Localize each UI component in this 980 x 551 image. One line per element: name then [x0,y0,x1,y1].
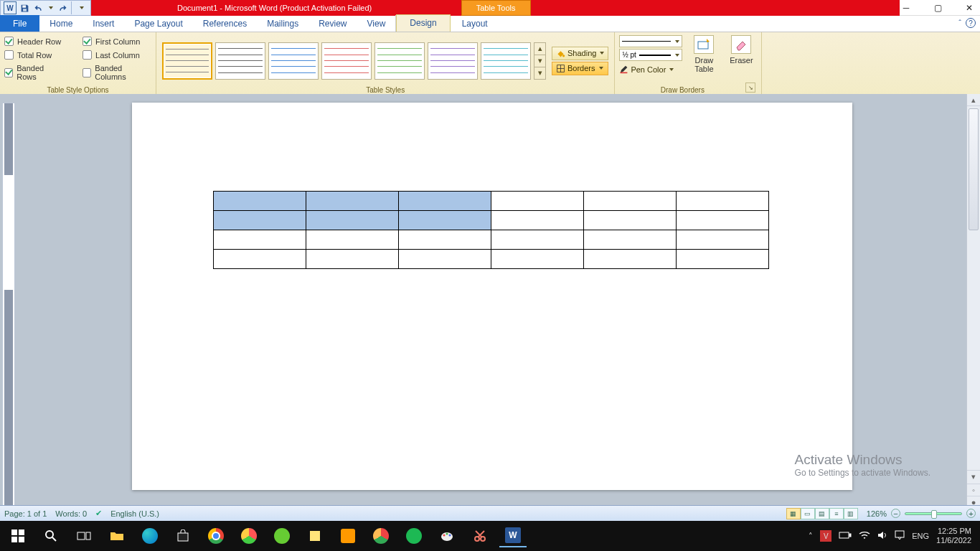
tab-insert[interactable]: Insert [83,16,124,32]
app-green-icon[interactable] [268,524,296,547]
view-outline[interactable]: ≡ [829,508,844,519]
search-icon[interactable] [37,524,65,547]
vertical-ruler[interactable] [2,103,15,521]
status-language[interactable]: English (U.S.) [110,509,159,518]
tab-review[interactable]: Review [308,16,357,32]
close-button[interactable]: ✕ [963,1,976,14]
table-cell[interactable] [584,211,677,230]
status-words[interactable]: Words: 0 [55,509,87,518]
status-page[interactable]: Page: 1 of 1 [4,509,47,518]
start-button[interactable] [4,524,32,547]
zoom-out-button[interactable]: − [891,509,900,518]
table-cell[interactable] [491,211,584,230]
table-cell[interactable] [399,230,491,250]
vertical-scrollbar[interactable]: ▴ ▾ ◦ ● ◦ [966,94,980,521]
table-cell[interactable] [306,211,399,230]
word-icon[interactable]: W [4,1,17,14]
table-cell[interactable] [306,250,399,269]
paint-icon[interactable] [433,524,461,547]
table-cell[interactable] [306,192,399,211]
zoom-slider[interactable] [905,512,962,515]
zoom-value[interactable]: 126% [867,509,887,518]
chk-banded-rows[interactable]: Banded Rows [4,64,62,81]
table-row[interactable] [214,230,769,250]
table-cell[interactable] [399,211,491,230]
table-cell[interactable] [399,250,491,269]
chk-last-column[interactable]: Last Column [83,50,151,60]
pen-color-button[interactable]: Pen Color [619,62,682,76]
table-cell[interactable] [214,250,306,269]
draw-borders-launcher[interactable]: ↘ [745,83,755,93]
style-swatch-5[interactable] [374,42,425,80]
table-row[interactable] [214,250,769,269]
page[interactable] [132,103,852,490]
table-cell[interactable] [677,192,769,211]
tab-references[interactable]: References [193,16,257,32]
line-style-picker[interactable] [619,35,682,47]
tab-file[interactable]: File [0,15,39,32]
style-swatch-4[interactable] [321,42,372,80]
style-swatch-1[interactable] [162,42,212,80]
tab-mailings[interactable]: Mailings [257,16,308,32]
document-table[interactable] [213,191,769,269]
table-cell[interactable] [677,230,769,250]
chrome-beta-icon[interactable] [367,524,395,547]
gallery-up-icon[interactable]: ▴ [534,43,545,55]
line-weight-picker[interactable]: ½ pt [619,49,682,61]
table-row[interactable] [214,192,769,211]
table-cell[interactable] [214,192,306,211]
tray-app-icon[interactable]: V [820,530,831,542]
tray-language[interactable]: ENG [912,532,929,540]
table-cell[interactable] [584,250,677,269]
table-cell[interactable] [306,230,399,250]
table-row[interactable] [214,211,769,230]
chrome-icon[interactable] [202,524,230,547]
table-cell[interactable] [399,192,491,211]
chk-banded-columns[interactable]: Banded Columns [83,64,151,81]
scroll-thumb[interactable] [969,108,979,230]
table-cell[interactable] [677,211,769,230]
tab-design[interactable]: Design [396,14,450,32]
chrome-canary-icon[interactable] [235,524,263,547]
style-swatch-2[interactable] [215,42,265,80]
gallery-more-icon[interactable]: ▾ [534,67,545,79]
volume-icon[interactable] [877,530,887,542]
table-cell[interactable] [491,250,584,269]
table-cell[interactable] [584,230,677,250]
table-cell[interactable] [677,250,769,269]
view-draft[interactable]: ▥ [844,508,858,519]
help-icon[interactable]: ? [966,18,976,28]
undo-dropdown-icon[interactable] [47,1,54,14]
table-cell[interactable] [491,192,584,211]
redo-icon[interactable] [55,1,68,14]
spotify-icon[interactable] [400,524,428,547]
table-cell[interactable] [214,211,306,230]
chk-first-column[interactable]: First Column [83,37,151,46]
gallery-down-icon[interactable]: ▾ [534,55,545,67]
tab-page-layout[interactable]: Page Layout [124,16,192,32]
tray-overflow-icon[interactable]: ˄ [809,532,813,541]
proofing-icon[interactable]: ✔ [95,509,102,518]
chk-total-row[interactable]: Total Row [4,50,62,60]
gallery-scroll[interactable]: ▴▾▾ [534,42,546,80]
prev-page-icon[interactable]: ◦ [967,484,980,496]
tab-home[interactable]: Home [39,16,83,32]
scroll-up-icon[interactable]: ▴ [967,94,980,106]
view-print-layout[interactable]: ▦ [786,508,801,519]
word-taskbar-icon[interactable]: W [499,524,527,547]
app-orange-icon[interactable] [334,524,362,547]
tab-layout[interactable]: Layout [451,16,498,32]
action-center-icon[interactable] [895,530,905,542]
view-full-screen[interactable]: ▭ [801,508,815,519]
table-cell[interactable] [214,230,306,250]
draw-table-button[interactable]: Draw Table [688,35,720,83]
save-icon[interactable] [18,1,31,14]
edge-icon[interactable] [136,524,164,547]
table-cell[interactable] [584,192,677,211]
minimize-ribbon-icon[interactable]: ˆ [958,19,961,27]
scroll-down-icon[interactable]: ▾ [967,470,980,482]
shading-button[interactable]: Shading [552,47,608,60]
wifi-icon[interactable] [859,531,870,541]
view-web-layout[interactable]: ▤ [815,508,829,519]
battery-icon[interactable] [839,531,852,541]
